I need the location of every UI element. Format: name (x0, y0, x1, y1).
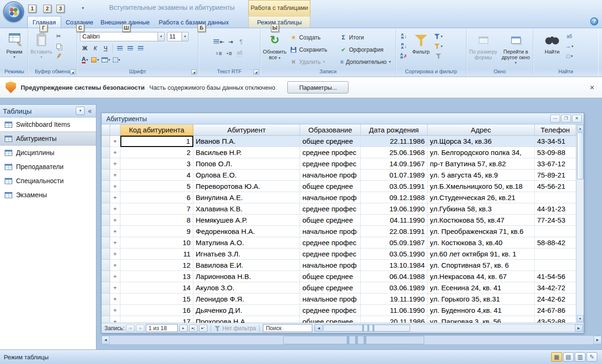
cell[interactable]: Матулина А.О. (193, 237, 300, 248)
shutter-bar-collapse-icon[interactable]: « (87, 107, 93, 115)
cell[interactable]: ул. 5 августа 45, кв.9 (428, 170, 535, 181)
record-selector[interactable] (102, 170, 110, 181)
expand-indicator-icon[interactable]: + (110, 203, 120, 215)
align-right-icon[interactable] (135, 44, 145, 53)
expand-indicator-icon[interactable]: + (110, 271, 120, 282)
scroll-left-icon[interactable]: ◀ (102, 336, 110, 344)
pivotchart-view-icon[interactable]: ▥ (575, 352, 586, 362)
restore-icon[interactable]: ❐ (561, 115, 571, 123)
cell[interactable]: 17 (120, 316, 193, 323)
column-header[interactable]: Абитуриент (193, 124, 300, 136)
filter-button[interactable]: Фильтр (409, 31, 433, 55)
expand-indicator-icon[interactable]: + (110, 237, 120, 248)
horizontal-scrollbar[interactable]: ◀ ▶ (314, 324, 583, 332)
cell[interactable]: 09.12.1988 (361, 192, 428, 203)
column-header[interactable]: Телефон (535, 124, 576, 136)
bold-button[interactable]: Ж (80, 44, 90, 53)
cell[interactable]: Попов О.Л. (193, 158, 300, 170)
workspace-horizontal-scrollbar[interactable]: ◀ ▶ (101, 335, 602, 345)
expand-indicator-icon[interactable]: + (110, 282, 120, 294)
cell[interactable]: 20.11.1986 (361, 316, 428, 323)
cell[interactable]: 3 (120, 158, 193, 170)
cell[interactable]: ул. Спортивная 57, кв. 6 (428, 260, 535, 271)
vertical-scrollbar[interactable]: ▲ ▼ (576, 124, 584, 323)
column-header[interactable]: Код абитуриента (120, 124, 193, 136)
cell[interactable]: начальное проф (300, 294, 361, 305)
cut-icon[interactable]: ✂ (54, 31, 63, 41)
new-record-button[interactable]: ★Создать (288, 31, 338, 43)
cell[interactable]: начальное проф (300, 192, 361, 203)
cell[interactable]: 25.06.1968 (361, 147, 428, 158)
cell[interactable]: 19.06.1990 (361, 203, 428, 215)
record-selector[interactable] (102, 294, 110, 305)
font-size-combo[interactable]: 11▾ (167, 32, 189, 41)
nav-pane-menu-icon[interactable]: ▾ (76, 107, 85, 115)
cell[interactable]: ул.Студенческая 26, кв.21 (428, 192, 535, 203)
save-record-button[interactable]: Сохранить (288, 44, 338, 55)
cell[interactable]: общее среднее (300, 316, 361, 323)
align-center-icon[interactable] (125, 44, 135, 53)
cell[interactable]: 04.11.1990 (361, 215, 428, 226)
numbered-list-icon[interactable]: 1≡ (214, 49, 224, 58)
cell[interactable]: 13.10.1984 (361, 260, 428, 271)
align-left-icon[interactable] (115, 44, 125, 53)
expand-indicator-icon[interactable]: + (110, 248, 120, 260)
cell[interactable]: 6 (120, 192, 193, 203)
cell[interactable]: среднее профес (300, 203, 361, 215)
close-icon[interactable]: ✕ (588, 84, 596, 91)
cell[interactable]: 5 (120, 181, 193, 192)
cell[interactable]: Немякушев А.Р. (193, 215, 300, 226)
cell[interactable]: среднее профес (300, 147, 361, 158)
cell[interactable]: общее среднее (300, 215, 361, 226)
tab-datasheet[interactable]: Режим таблицы (248, 16, 310, 28)
cell[interactable]: ул.Б.Хмельницкого 50, кв.18 (428, 181, 535, 192)
italic-button[interactable]: К (90, 44, 100, 53)
expand-indicator-icon[interactable]: + (110, 158, 120, 170)
cell[interactable]: Иванов П.А. (193, 136, 300, 147)
record-selector[interactable] (102, 237, 110, 248)
replace-icon[interactable]: аб (564, 31, 574, 41)
highlight-icon[interactable]: аб (235, 49, 245, 58)
cell[interactable]: 24-42-62 (535, 294, 576, 305)
cell[interactable]: начальное проф (300, 226, 361, 237)
cell[interactable]: 2 (120, 147, 193, 158)
cell[interactable]: Федоренкова Н.А. (193, 226, 300, 237)
cell[interactable]: 43-52-88 (535, 316, 576, 323)
nav-pane-header[interactable]: Таблицы ▾ « (0, 105, 96, 117)
totals-button[interactable]: ΣИтоги (338, 31, 393, 43)
cell[interactable]: 11.06.1990 (361, 305, 428, 316)
increase-indent-icon[interactable]: ⇥ (226, 37, 236, 46)
cell[interactable]: пр-т Ватутина 57, кв.82 (428, 158, 535, 170)
expand-indicator-icon[interactable]: + (110, 215, 120, 226)
next-record-icon[interactable]: ▸ (179, 325, 188, 332)
cell[interactable]: 43-34-51 (535, 136, 576, 147)
selection-filter-icon[interactable]: ▾ (433, 31, 444, 41)
cell[interactable]: Винулина А.Е. (193, 192, 300, 203)
size-to-fit-form-button[interactable]: По размеру формы (468, 31, 499, 61)
record-selector[interactable] (102, 136, 110, 147)
qat-customize-icon[interactable]: ▾ (82, 6, 84, 10)
dialog-launcher-icon[interactable]: ◢ (70, 70, 75, 75)
new-record-icon[interactable]: ▸* (199, 325, 207, 332)
cell[interactable]: Вавилова Е.И. (193, 260, 300, 271)
scroll-right-icon[interactable]: ▶ (594, 336, 602, 344)
minimize-icon[interactable]: — (550, 115, 560, 123)
record-selector[interactable] (102, 215, 110, 226)
record-selector[interactable] (102, 260, 110, 271)
cell[interactable]: 1 (120, 136, 193, 147)
previous-record-icon[interactable]: ◂ (136, 325, 144, 332)
record-selector[interactable] (102, 226, 110, 237)
scroll-up-icon[interactable]: ▲ (577, 125, 584, 132)
cell[interactable] (535, 226, 576, 237)
cell[interactable]: среднее профес (300, 305, 361, 316)
cell[interactable]: ул.Костюкова 55, кв.47 (428, 215, 535, 226)
sidebar-item[interactable]: Switchboard Items (0, 117, 96, 132)
cell[interactable]: 41-54-56 (535, 271, 576, 282)
expand-indicator-icon[interactable]: + (110, 170, 120, 181)
cell[interactable]: 4 (120, 170, 193, 181)
cell[interactable]: общее среднее (300, 282, 361, 294)
datasheet-view-icon[interactable]: ▦ (551, 352, 562, 362)
options-button[interactable]: Параметры... (287, 81, 349, 93)
view-button[interactable]: ✎ Режим▾ (2, 31, 27, 61)
cell[interactable]: 58-88-42 (535, 237, 576, 248)
